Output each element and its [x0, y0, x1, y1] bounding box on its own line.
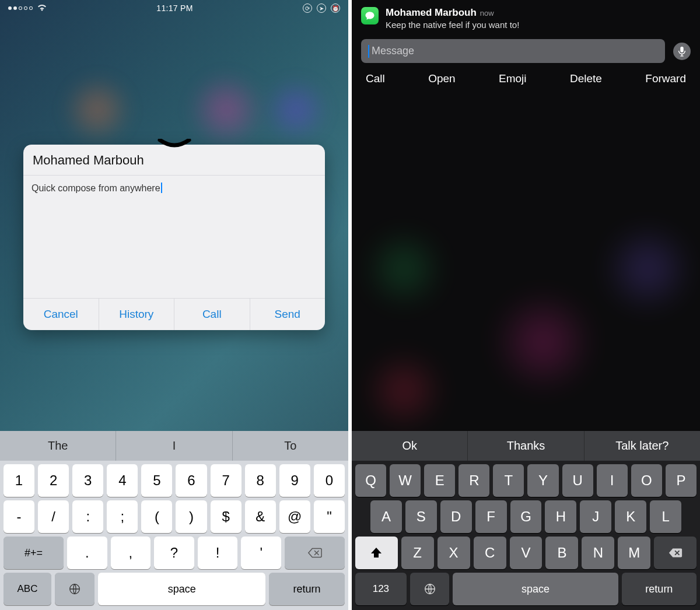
suggestion[interactable]: To — [233, 431, 348, 461]
key[interactable]: L — [650, 500, 681, 533]
numbers-key[interactable]: 123 — [355, 573, 407, 605]
backspace-key[interactable] — [285, 537, 345, 569]
space-key[interactable]: space — [98, 573, 265, 605]
key[interactable]: S — [405, 500, 437, 533]
text-cursor — [161, 183, 162, 193]
key[interactable]: , — [111, 537, 151, 569]
key[interactable]: D — [440, 500, 472, 533]
key[interactable]: N — [582, 537, 614, 569]
key[interactable]: 3 — [72, 464, 103, 497]
compose-text-area[interactable]: Quick compose from anywhere — [23, 176, 325, 298]
key[interactable]: 2 — [38, 464, 69, 497]
key[interactable]: 9 — [279, 464, 310, 497]
key[interactable]: ( — [141, 500, 172, 533]
key[interactable]: U — [562, 464, 593, 497]
compose-text: Quick compose from anywhere — [32, 183, 160, 193]
action-call[interactable]: Call — [366, 72, 385, 85]
suggestion-bar: The I To — [0, 431, 348, 461]
key[interactable]: C — [474, 537, 506, 569]
key[interactable]: ) — [176, 500, 206, 533]
notification-banner[interactable]: Mohamed Marbouhnow Keep the native feel … — [352, 0, 700, 36]
key[interactable]: ; — [107, 500, 138, 533]
action-delete[interactable]: Delete — [570, 72, 602, 85]
key[interactable]: B — [545, 537, 578, 569]
location-icon: ➤ — [317, 3, 326, 13]
key[interactable]: Z — [401, 537, 434, 569]
key[interactable]: / — [38, 500, 69, 533]
action-emoji[interactable]: Emoji — [499, 72, 527, 85]
suggestion[interactable]: The — [0, 431, 116, 461]
notification-time: now — [480, 9, 494, 17]
key[interactable]: 0 — [314, 464, 345, 497]
notification-sender: Mohamed Marbouhnow — [386, 7, 519, 19]
cancel-button[interactable]: Cancel — [23, 299, 99, 330]
status-bar: 11:17 PM ⟳ ➤ ⏰ — [0, 0, 348, 16]
key[interactable]: G — [510, 500, 542, 533]
key[interactable]: $ — [211, 500, 242, 533]
key[interactable]: . — [67, 537, 107, 569]
keyboard-light: The I To 1 2 3 4 5 6 7 8 9 0 - / : ; — [0, 431, 348, 610]
key[interactable]: - — [4, 500, 34, 533]
key[interactable]: 7 — [211, 464, 242, 497]
messages-app-icon — [361, 7, 379, 24]
shift-key[interactable] — [355, 537, 398, 569]
space-key[interactable]: space — [453, 573, 618, 605]
return-key[interactable]: return — [269, 573, 345, 605]
key[interactable]: M — [618, 537, 650, 569]
key[interactable]: ! — [198, 537, 238, 569]
key[interactable]: ? — [154, 537, 194, 569]
right-phone: Mohamed Marbouhnow Keep the native feel … — [352, 0, 700, 610]
key[interactable]: 8 — [245, 464, 276, 497]
key[interactable]: 4 — [107, 464, 138, 497]
key[interactable]: 5 — [141, 464, 172, 497]
action-open[interactable]: Open — [428, 72, 455, 85]
key[interactable]: Y — [527, 464, 558, 497]
quick-action-row: Call Open Emoji Delete Forward — [352, 65, 700, 93]
symbols-key[interactable]: #+= — [4, 537, 64, 569]
key[interactable]: @ — [279, 500, 310, 533]
globe-key[interactable] — [410, 573, 450, 605]
suggestion[interactable]: Thanks — [468, 431, 584, 461]
key[interactable]: & — [245, 500, 276, 533]
history-button[interactable]: History — [99, 299, 175, 330]
key[interactable]: X — [438, 537, 470, 569]
key[interactable]: J — [580, 500, 611, 533]
send-button[interactable]: Send — [250, 299, 326, 330]
globe-key[interactable] — [55, 573, 94, 605]
key[interactable]: W — [390, 464, 421, 497]
text-cursor — [368, 45, 369, 58]
key[interactable]: A — [370, 500, 402, 533]
suggestion[interactable]: Talk later? — [584, 431, 700, 461]
call-button[interactable]: Call — [174, 299, 250, 330]
key[interactable]: 1 — [4, 464, 34, 497]
key[interactable]: 6 — [176, 464, 206, 497]
card-grabber-icon[interactable] — [158, 139, 191, 149]
abc-key[interactable]: ABC — [4, 573, 51, 605]
wifi-icon — [37, 4, 47, 13]
keyboard-dark: Ok Thanks Talk later? Q W E R T Y U I O … — [352, 431, 700, 610]
key[interactable]: O — [631, 464, 662, 497]
dictation-button[interactable] — [673, 43, 691, 60]
reply-input[interactable]: Message — [361, 39, 665, 63]
key[interactable]: ' — [241, 537, 281, 569]
key[interactable]: K — [615, 500, 646, 533]
key[interactable]: R — [459, 464, 489, 497]
key[interactable]: I — [597, 464, 628, 497]
key[interactable]: Q — [355, 464, 386, 497]
key[interactable]: F — [475, 500, 507, 533]
backspace-key[interactable] — [654, 537, 696, 569]
key[interactable]: T — [493, 464, 524, 497]
key[interactable]: P — [666, 464, 696, 497]
key[interactable]: : — [72, 500, 103, 533]
suggestion[interactable]: Ok — [352, 431, 468, 461]
action-forward[interactable]: Forward — [645, 72, 686, 85]
signal-dots-icon — [8, 6, 33, 10]
status-time: 11:17 PM — [156, 3, 192, 13]
return-key[interactable]: return — [622, 573, 696, 605]
key[interactable]: H — [545, 500, 576, 533]
reply-placeholder: Message — [372, 45, 414, 57]
key[interactable]: V — [510, 537, 542, 569]
key[interactable]: E — [424, 464, 455, 497]
key[interactable]: " — [314, 500, 345, 533]
suggestion[interactable]: I — [116, 431, 232, 461]
